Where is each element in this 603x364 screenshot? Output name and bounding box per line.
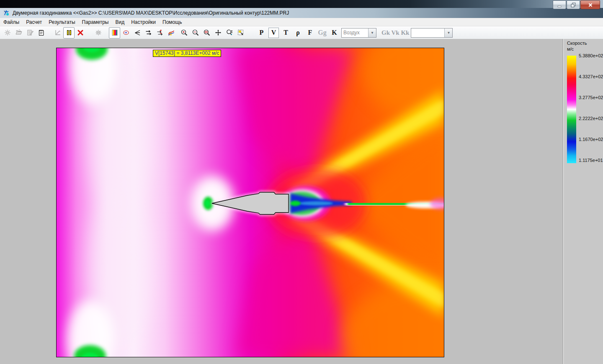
window-title: Двумерная газодинамика <<Gas2>> C:\USERS… (13, 10, 289, 16)
zoom-window-icon (203, 29, 211, 36)
client-area: V[15743] = 3,8113E+002 м/с Скорость м/с … (0, 39, 603, 364)
app-window: Двумерная газодинамика <<Gas2>> C:\USERS… (0, 0, 603, 364)
pan-icon (214, 29, 222, 36)
zoom-dynamic-icon (226, 29, 233, 36)
legend-tick: 2.2222e+02 (579, 116, 603, 121)
flow-region-button[interactable] (120, 27, 131, 38)
vector-arrows-icon (145, 29, 152, 36)
menu-files[interactable]: Файлы (0, 18, 23, 26)
flow-field-svg (57, 48, 444, 357)
legend-panel: Скорость м/с 5.3880e+02 4.3327e+02 3.277… (563, 39, 603, 364)
select-region-icon (237, 29, 245, 36)
field-k-button[interactable]: K (329, 28, 340, 38)
flow-region-icon (122, 29, 130, 36)
legend-tick: 1.1175e+01 (579, 158, 603, 163)
colormap-button[interactable] (109, 27, 120, 38)
edit-document-icon (26, 29, 34, 36)
report-button[interactable] (36, 27, 47, 38)
field-pressure-button[interactable]: P (256, 28, 267, 38)
zoom-dynamic-button[interactable] (224, 27, 235, 38)
stop-x-icon (77, 29, 84, 36)
menu-bar: Файлы Расчет Результаты Параметры Вид На… (0, 18, 603, 26)
field-gg-button[interactable]: Gg (317, 28, 327, 38)
menu-view[interactable]: Вид (112, 18, 128, 26)
chevron-down-icon[interactable]: ▼ (444, 28, 452, 37)
zoom-window-button[interactable] (201, 27, 212, 38)
wake-stripes (345, 198, 444, 210)
title-bar: Двумерная газодинамика <<Gas2>> C:\USERS… (0, 8, 603, 18)
pan-button[interactable] (212, 27, 224, 38)
vectors-scaled-button[interactable] (154, 27, 165, 38)
field-f-button[interactable]: F (305, 28, 315, 38)
zoom-out-button[interactable] (190, 27, 201, 38)
probe-value-label: V[15743] = 3,8113E+002 м/с (153, 50, 221, 57)
legend-tick: 4.3327e+02 (579, 74, 603, 79)
streamlines-icon (134, 29, 141, 36)
zoom-in-button[interactable] (178, 27, 190, 38)
stop-button[interactable] (75, 27, 86, 38)
graph-button[interactable] (52, 27, 63, 38)
menu-parameters[interactable]: Параметры (79, 18, 112, 26)
window-controls (553, 0, 600, 9)
zoom-in-icon (180, 29, 188, 36)
minimize-icon (556, 2, 563, 8)
velocity-field-plot[interactable]: V[15743] = 3,8113E+002 м/с (56, 48, 444, 357)
edit-button[interactable] (24, 27, 36, 38)
vectors-button[interactable] (143, 27, 154, 38)
toolbar: P V T ρ F Gg K Воздух ▼ Gk Vk Kk ▼ (0, 26, 603, 39)
gas-select-value: Воздух (342, 28, 368, 37)
minimize-button[interactable] (553, 0, 566, 9)
window-frame-top (0, 0, 603, 8)
mesh-icon (95, 29, 102, 36)
legend-tick: 1.1670e+02 (579, 137, 603, 142)
new-icon (4, 29, 11, 36)
graph-axes-icon (54, 29, 62, 36)
pause-button[interactable] (63, 27, 75, 38)
vector-arrows-scaled-icon (156, 29, 164, 36)
menu-results[interactable]: Результаты (45, 18, 78, 26)
close-button[interactable] (580, 0, 600, 9)
menu-help[interactable]: Помощь (159, 18, 185, 26)
chevron-down-icon[interactable]: ▼ (368, 28, 376, 37)
curves-button[interactable] (165, 27, 177, 38)
gk-vk-kk-label: Gk Vk Kk (381, 29, 409, 36)
colormap-icon (111, 29, 119, 36)
curves-icon (168, 29, 175, 36)
colorbar (567, 56, 576, 163)
zoom-out-icon (192, 29, 199, 36)
select-region-button[interactable] (235, 27, 246, 38)
menu-calculation[interactable]: Расчет (23, 18, 45, 26)
k-select-value (411, 28, 444, 37)
k-select[interactable]: ▼ (411, 28, 453, 38)
mesh-button[interactable] (93, 27, 104, 38)
field-temperature-button[interactable]: T (281, 28, 291, 38)
new-button[interactable] (2, 27, 13, 38)
gas-select[interactable]: Воздух ▼ (341, 28, 376, 38)
open-button[interactable] (13, 27, 24, 38)
restore-button[interactable] (567, 0, 580, 9)
field-velocity-button[interactable]: V (268, 28, 279, 38)
field-density-button[interactable]: ρ (293, 28, 303, 38)
menu-settings[interactable]: Настройки (128, 18, 159, 26)
notepad-icon (38, 29, 45, 36)
open-folder-icon (15, 29, 23, 36)
legend-title: Скорость (567, 41, 587, 46)
close-icon (587, 2, 594, 8)
pause-icon (65, 29, 73, 36)
restore-icon (570, 2, 577, 8)
legend-tick: 5.3880e+02 (579, 53, 603, 58)
app-icon (3, 10, 10, 16)
legend-tick: 3.2775e+02 (579, 95, 603, 100)
streamlines-button[interactable] (131, 27, 143, 38)
legend-units: м/с (567, 46, 574, 51)
